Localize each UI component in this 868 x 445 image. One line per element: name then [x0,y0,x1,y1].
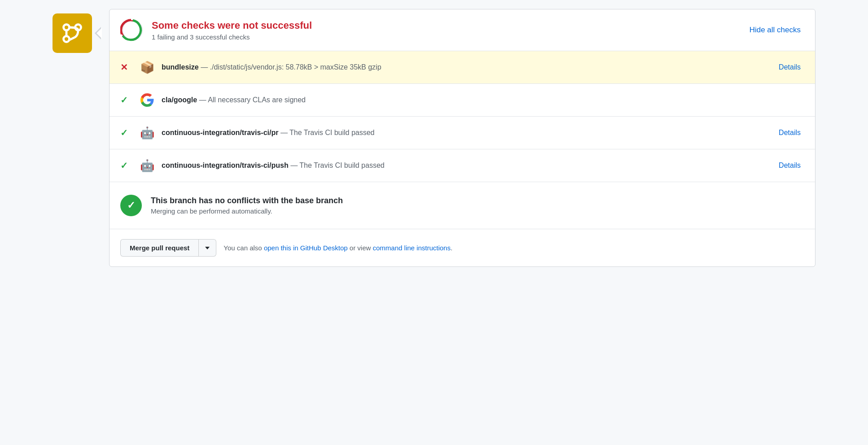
merge-button-group: Merge pull request [120,239,216,257]
merge-info-before: You can also [224,244,264,252]
hide-all-checks-button[interactable]: Hide all checks [746,24,804,36]
merge-info-middle: or view [348,244,373,252]
checks-status-icon [120,18,144,42]
git-icon-box [53,13,92,53]
merge-status-title: This branch has no conflicts with the ba… [151,196,343,205]
check-status-pass-travis-push: ✓ [120,160,133,171]
svg-point-2 [64,36,70,42]
merge-checkmark-icon: ✓ [127,200,135,211]
arrow-connector [92,20,105,47]
check-status-pass-travis-pr: ✓ [120,127,133,138]
checks-list: ✕ 📦 bundlesize — ./dist/static/js/vendor… [110,51,815,182]
cla-google-desc: — All necessary CLAs are signed [197,96,306,104]
bundlesize-desc: — ./dist/static/js/vendor.js: 58.78kB > … [199,63,381,71]
check-mark-icon-travis-pr: ✓ [120,127,128,138]
travis-pr-name: continuous-integration/travis-ci/pr [162,129,278,136]
cla-google-name: cla/google [162,96,197,104]
bundlesize-icon: 📦 [139,59,155,75]
x-mark-icon: ✕ [120,62,128,73]
chevron-down-icon [205,247,210,249]
travis-push-details-link[interactable]: Details [775,160,804,171]
cla-google-icon [139,92,155,108]
merge-status-subtitle: Merging can be performed automatically. [151,207,343,215]
svg-line-6 [121,35,123,36]
merge-section: ✓ This branch has no conflicts with the … [110,182,815,229]
merge-action: Merge pull request You can also open thi… [110,229,815,266]
cla-google-label: cla/google — All necessary CLAs are sign… [162,96,804,104]
travis-pr-desc: — The Travis CI build passed [278,129,374,136]
git-merge-icon [61,22,84,45]
bundlesize-name: bundlesize [162,63,199,71]
checks-title: Some checks were not successful [152,20,312,31]
travis-push-icon: 🤖 [139,157,155,174]
travis-pr-details-link[interactable]: Details [775,127,804,139]
google-g-svg [140,93,154,107]
check-row-bundlesize: ✕ 📦 bundlesize — ./dist/static/js/vendor… [110,51,815,84]
header-left: Some checks were not successful 1 failin… [120,18,312,42]
merge-info-after: . [451,244,452,252]
card-header: Some checks were not successful 1 failin… [110,9,815,51]
open-in-github-desktop-link[interactable]: open this in GitHub Desktop [264,244,348,252]
checks-subtitle: 1 failing and 3 successful checks [152,33,312,41]
check-mark-icon-travis-push: ✓ [120,160,128,171]
check-row-travis-pr: ✓ 🤖 continuous-integration/travis-ci/pr … [110,117,815,149]
travis-pr-label: continuous-integration/travis-ci/pr — Th… [162,129,775,137]
check-mark-icon-cla: ✓ [120,95,128,105]
travis-push-label: continuous-integration/travis-ci/push — … [162,161,775,170]
check-row-cla-google: ✓ cla/google — All necessary CLAs are si… [110,84,815,117]
travis-push-name: continuous-integration/travis-ci/push [162,161,289,169]
merge-action-text: You can also open this in GitHub Desktop… [224,244,452,252]
bundlesize-details-link[interactable]: Details [775,61,804,73]
check-status-pass-cla: ✓ [120,95,133,105]
header-text: Some checks were not successful 1 failin… [152,20,312,41]
bundlesize-label: bundlesize — ./dist/static/js/vendor.js:… [162,63,775,71]
merge-status-circle: ✓ [120,195,142,216]
travis-pr-icon: 🤖 [139,125,155,141]
command-line-instructions-link[interactable]: command line instructions [373,244,451,252]
merge-text: This branch has no conflicts with the ba… [151,196,343,215]
travis-push-desc: — The Travis CI build passed [289,161,385,169]
check-status-fail: ✕ [120,62,133,73]
check-row-travis-push: ✓ 🤖 continuous-integration/travis-ci/pus… [110,149,815,182]
main-card: Some checks were not successful 1 failin… [109,9,815,267]
merge-pull-request-button[interactable]: Merge pull request [120,239,198,257]
merge-dropdown-button[interactable] [198,239,216,257]
